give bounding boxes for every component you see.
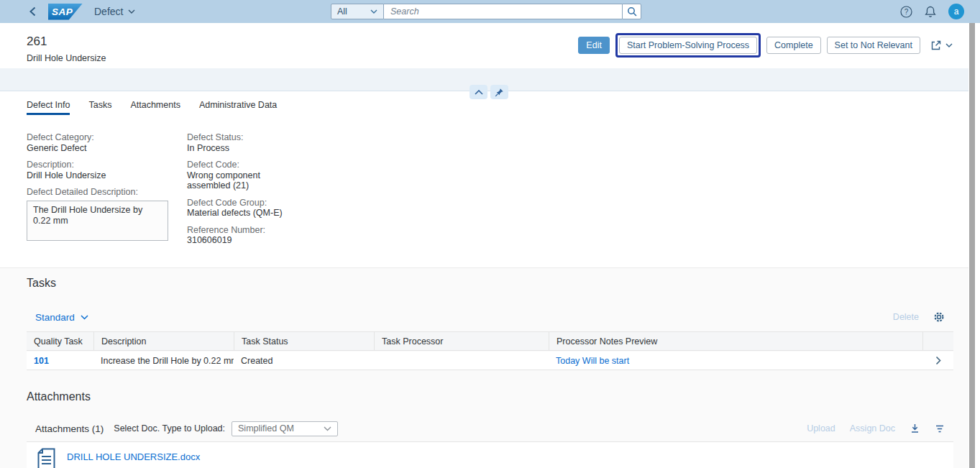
delete-button[interactable]: Delete <box>893 312 919 322</box>
column-header-processor-notes-preview[interactable]: Processor Notes Preview <box>549 332 922 350</box>
chevron-up-icon <box>475 90 483 95</box>
tasks-table-header: Quality Task Description Task Status Tas… <box>27 331 953 351</box>
doc-type-label: Select Doc. Type to Upload: <box>114 423 225 433</box>
field-label: Defect Status: <box>187 132 309 143</box>
document-file-icon <box>37 448 56 468</box>
shell-search-bar: All <box>331 4 641 19</box>
vertical-scrollbar[interactable] <box>969 23 975 468</box>
attachments-count-title: Attachments (1) <box>35 423 104 434</box>
attachments-toolbar: Attachments (1) Select Doc. Type to Uplo… <box>27 416 953 442</box>
search-scope-value: All <box>337 6 347 17</box>
search-input[interactable] <box>384 4 622 19</box>
object-page-header: 261 Drill Hole Undersize Edit Start Prob… <box>0 23 968 68</box>
field-defect-code-group: Defect Code Group: Material defects (QM-… <box>187 198 309 219</box>
processor-notes-link[interactable]: Today Will be start <box>549 356 922 366</box>
field-label: Reference Number: <box>187 225 309 236</box>
column-header-task-processor[interactable]: Task Processor <box>374 332 549 350</box>
tab-defect-info[interactable]: Defect Info <box>27 100 70 115</box>
section-attachments: Attachments Attachments (1) Select Doc. … <box>0 385 968 468</box>
share-icon <box>930 40 942 51</box>
field-reference-number: Reference Number: 310606019 <box>187 225 309 246</box>
chevron-down-icon <box>81 315 88 320</box>
column-header-quality-task[interactable]: Quality Task <box>27 332 93 350</box>
field-label: Defect Code Group: <box>187 198 309 208</box>
notifications-bell-icon[interactable] <box>925 6 936 18</box>
field-value: 310606019 <box>187 235 309 246</box>
tab-attachments[interactable]: Attachments <box>130 100 180 115</box>
table-settings-gear-icon[interactable] <box>933 311 945 323</box>
section-tasks: Tasks Standard Delete Quality Task Descr… <box>0 267 968 385</box>
collapse-header-button[interactable] <box>470 85 487 99</box>
field-value: Wrong component assembled (21) <box>187 170 273 191</box>
chevron-down-icon <box>370 9 377 14</box>
attachments-section-title: Attachments <box>27 390 91 403</box>
chevron-down-icon <box>945 43 953 47</box>
tasks-toolbar: Standard Delete <box>27 304 953 330</box>
field-label: Defect Code: <box>187 160 309 170</box>
complete-button[interactable]: Complete <box>766 37 821 54</box>
field-value: Drill Hole Undersize <box>27 170 179 181</box>
filter-sort-icon[interactable] <box>935 424 945 433</box>
defect-page: SAP Defect All ? a <box>0 0 980 468</box>
start-problem-solving-process-button[interactable]: Start Problem-Solving Process <box>619 37 757 54</box>
doc-type-select[interactable]: Simplified QM <box>232 421 338 436</box>
field-description: Description: Drill Hole Undersize <box>27 160 179 180</box>
page-subtitle: Drill Hole Undersize <box>27 53 106 63</box>
search-scope-select[interactable]: All <box>331 4 384 19</box>
assign-doc-button[interactable]: Assign Doc <box>850 423 895 433</box>
field-value: In Process <box>187 143 309 154</box>
column-header-task-status[interactable]: Task Status <box>234 332 374 350</box>
upload-button[interactable]: Upload <box>807 423 835 433</box>
tasks-section-title: Tasks <box>27 277 56 290</box>
view-selector-label: Standard <box>35 312 75 323</box>
set-to-not-relevant-button[interactable]: Set to Not Relevant <box>827 37 920 54</box>
table-row[interactable]: 101 Increase the Drill Hole by 0.22 mm C… <box>27 352 953 370</box>
task-description: Increase the Drill Hole by 0.22 mm <box>93 356 234 366</box>
field-value: Material defects (QM-E) <box>187 208 309 219</box>
field-detailed-description: Defect Detailed Description: The Drill H… <box>27 187 179 241</box>
chevron-right-icon[interactable] <box>922 356 953 365</box>
chevron-down-icon <box>128 9 135 14</box>
user-avatar[interactable]: a <box>948 4 964 19</box>
field-defect-code: Defect Code: Wrong component assembled (… <box>187 160 309 191</box>
app-title-menu[interactable]: Defect <box>94 6 135 17</box>
svg-text:?: ? <box>905 8 909 16</box>
search-icon[interactable] <box>622 4 641 19</box>
page-title: 261 <box>27 35 47 49</box>
tab-tasks[interactable]: Tasks <box>88 100 111 115</box>
app-title-label: Defect <box>94 6 123 17</box>
field-defect-category: Defect Category: Generic Defect <box>27 132 179 153</box>
field-label: Defect Category: <box>27 132 179 143</box>
sap-logo: SAP <box>48 4 83 20</box>
shell-bar: SAP Defect All ? a <box>0 0 980 23</box>
help-icon[interactable]: ? <box>900 6 912 18</box>
column-header-navigation <box>922 332 953 350</box>
pin-header-button[interactable] <box>490 85 508 99</box>
task-id-link[interactable]: 101 <box>27 356 93 366</box>
field-value: Generic Defect <box>27 143 179 154</box>
field-defect-status: Defect Status: In Process <box>187 132 309 153</box>
download-icon[interactable] <box>910 423 920 433</box>
view-selector-standard[interactable]: Standard <box>35 312 88 323</box>
chevron-down-icon <box>324 426 331 431</box>
field-label: Defect Detailed Description: <box>27 187 179 198</box>
section-defect-info: Defect Category: Generic Defect Descript… <box>0 115 968 267</box>
back-button[interactable] <box>29 6 37 17</box>
detailed-description-box: The Drill Hole Undersize by 0.22 mm <box>27 201 168 241</box>
annotation-highlight-box: Start Problem-Solving Process <box>615 33 761 58</box>
task-status: Created <box>234 356 374 366</box>
column-header-description[interactable]: Description <box>93 332 234 350</box>
attachment-list-item[interactable]: DRILL HOLE UNDERSIZE.docx <box>27 442 953 468</box>
doc-type-value: Simplified QM <box>238 423 294 433</box>
field-label: Description: <box>27 160 179 170</box>
attachment-file-link[interactable]: DRILL HOLE UNDERSIZE.docx <box>67 451 200 462</box>
edit-button[interactable]: Edit <box>578 37 610 54</box>
share-menu-button[interactable] <box>930 40 953 51</box>
pin-icon <box>495 88 504 97</box>
tab-administrative-data[interactable]: Administrative Data <box>199 100 277 115</box>
